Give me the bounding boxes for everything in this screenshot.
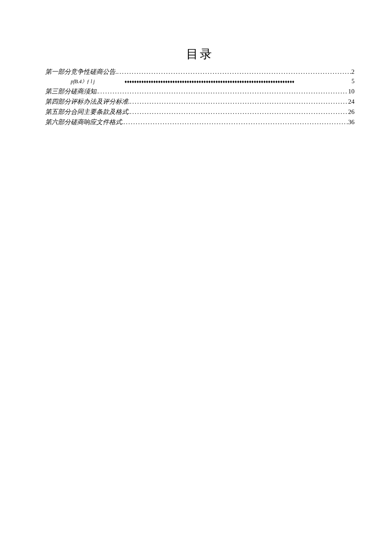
leader-dots: ........................................… <box>130 96 348 107</box>
toc-label: 第六部分磋商响应文件格式. <box>45 117 124 127</box>
leader-dots: ........................................… <box>117 67 352 77</box>
leader-dots: ........................................… <box>98 86 348 96</box>
toc-label: 第五部分合同主要条款及格式. <box>45 107 130 117</box>
toc-entry-5: 第五部分合同主要条款及格式. .........................… <box>45 107 355 117</box>
page-title: 目录 <box>45 46 355 62</box>
toc-label: 第三部分磋商须知. <box>45 86 98 96</box>
leader-dots: ........................................… <box>124 117 348 127</box>
toc-page-number: 26 <box>348 107 355 117</box>
toc-page-number: 24 <box>348 96 355 107</box>
document-page: 目录 第一部分竞争性磋商公告. ........................… <box>0 0 392 555</box>
toc-entry-2: pfB.4》ƒ l j ♦♦♦♦♦♦♦♦♦♦♦♦♦♦♦♦♦♦♦♦♦♦♦♦♦♦♦♦… <box>45 77 355 86</box>
toc-page-number: 5 <box>352 77 355 86</box>
toc-entry-6: 第六部分磋商响应文件格式. ..........................… <box>45 117 355 127</box>
toc-page-number: 10 <box>348 86 355 96</box>
toc-page-number: 2 <box>352 67 355 77</box>
toc-entry-3: 第三部分磋商须知. ..............................… <box>45 86 355 96</box>
toc-label: pfB.4》ƒ l j <box>45 77 95 86</box>
toc-label: 第一部分竞争性磋商公告. <box>45 67 117 77</box>
toc-entry-1: 第一部分竞争性磋商公告. ...........................… <box>45 67 355 77</box>
toc-label: 第四部分评标办法及评分标准. <box>45 96 130 107</box>
toc-page-number: 36 <box>348 117 355 127</box>
leader-dots: ........................................… <box>130 107 348 117</box>
toc-entry-4: 第四部分评标办法及评分标准. .........................… <box>45 96 355 107</box>
leader-diamonds: ♦♦♦♦♦♦♦♦♦♦♦♦♦♦♦♦♦♦♦♦♦♦♦♦♦♦♦♦♦♦♦♦♦♦♦♦♦♦♦♦… <box>124 77 352 86</box>
